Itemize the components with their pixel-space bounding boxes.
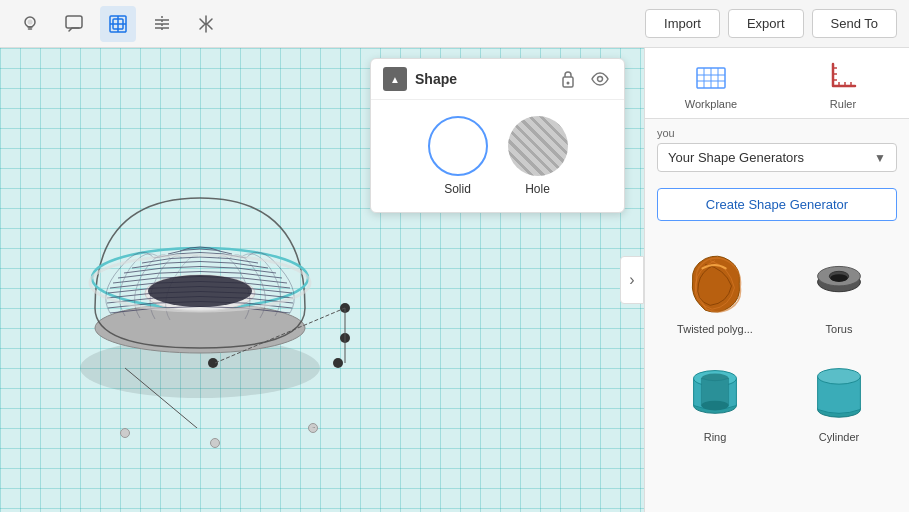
svg-point-23 <box>598 77 603 82</box>
cylinder-item[interactable]: Cylinder <box>777 345 901 453</box>
svg-point-22 <box>567 82 570 85</box>
workplane-item[interactable]: Workplane <box>645 48 777 118</box>
dropdown-text: Your Shape Generators <box>668 150 804 165</box>
handle-left-floor[interactable] <box>120 428 130 438</box>
send-to-button[interactable]: Send To <box>812 9 897 38</box>
toolbar-right: Import Export Send To <box>645 9 897 38</box>
collapse-panel-arrow[interactable]: › <box>620 256 644 304</box>
torus-item[interactable]: Torus <box>777 237 901 345</box>
shape-options: Solid Hole <box>371 100 624 212</box>
import-button[interactable]: Import <box>645 9 720 38</box>
handle-right[interactable] <box>340 303 350 313</box>
user-dropdown[interactable]: Your Shape Generators ▼ <box>657 143 897 172</box>
create-btn-row: Create Shape Generator <box>645 180 909 229</box>
ring-item[interactable]: Ring <box>653 345 777 453</box>
comment-icon-btn[interactable] <box>56 6 92 42</box>
toolbar-left <box>12 6 224 42</box>
handle-right-bottom[interactable] <box>340 333 350 343</box>
light-icon-btn[interactable] <box>12 6 48 42</box>
user-label: you <box>657 127 897 139</box>
hole-option[interactable]: Hole <box>508 116 568 196</box>
create-shape-generator-button[interactable]: Create Shape Generator <box>657 188 897 221</box>
dropdown-arrow-icon: ▼ <box>874 151 886 165</box>
viewport[interactable]: ▲ Shape <box>0 48 644 512</box>
svg-point-39 <box>830 274 848 282</box>
shape-panel-header: ▲ Shape <box>371 59 624 100</box>
hole-circle <box>508 116 568 176</box>
handle-bottom-center[interactable] <box>208 358 218 368</box>
visibility-icon-btn[interactable] <box>588 67 612 91</box>
shapes-grid: Twisted polyg... Torus <box>645 229 909 461</box>
export-button[interactable]: Export <box>728 9 804 38</box>
twisted-polygon-item[interactable]: Twisted polyg... <box>653 237 777 345</box>
svg-point-44 <box>701 401 728 411</box>
twisted-polygon-label: Twisted polyg... <box>677 323 753 335</box>
svg-rect-2 <box>66 16 82 28</box>
handle-right-floor[interactable] <box>308 423 318 433</box>
svg-point-1 <box>28 19 33 24</box>
solid-option[interactable]: Solid <box>428 116 488 196</box>
torus-label: Torus <box>826 323 853 335</box>
svg-point-15 <box>148 275 252 307</box>
user-section: you Your Shape Generators ▼ <box>645 119 909 180</box>
shape-icon-btn[interactable] <box>100 6 136 42</box>
right-panel: Workplane Ruler you Your Sha <box>644 48 909 512</box>
main-area: ▲ Shape <box>0 48 909 512</box>
ruler-item[interactable]: Ruler <box>777 48 909 118</box>
solid-label: Solid <box>444 182 471 196</box>
shape-panel: ▲ Shape <box>370 58 625 213</box>
3d-shape <box>50 128 330 408</box>
panel-collapse-btn[interactable]: ▲ <box>383 67 407 91</box>
shape-panel-title: Shape <box>415 71 548 87</box>
hole-label: Hole <box>525 182 550 196</box>
mirror-icon-btn[interactable] <box>188 6 224 42</box>
handle-right-lower[interactable] <box>333 358 343 368</box>
toolbar: Import Export Send To <box>0 0 909 48</box>
align-icon-btn[interactable] <box>144 6 180 42</box>
handle-bottom-floor[interactable] <box>210 438 220 448</box>
solid-circle <box>428 116 488 176</box>
cylinder-label: Cylinder <box>819 431 859 443</box>
ring-label: Ring <box>704 431 727 443</box>
lock-icon-btn[interactable] <box>556 67 580 91</box>
svg-point-46 <box>818 369 861 385</box>
workplane-label: Workplane <box>685 98 737 110</box>
right-panel-icons: Workplane Ruler <box>645 48 909 119</box>
ruler-label: Ruler <box>830 98 856 110</box>
